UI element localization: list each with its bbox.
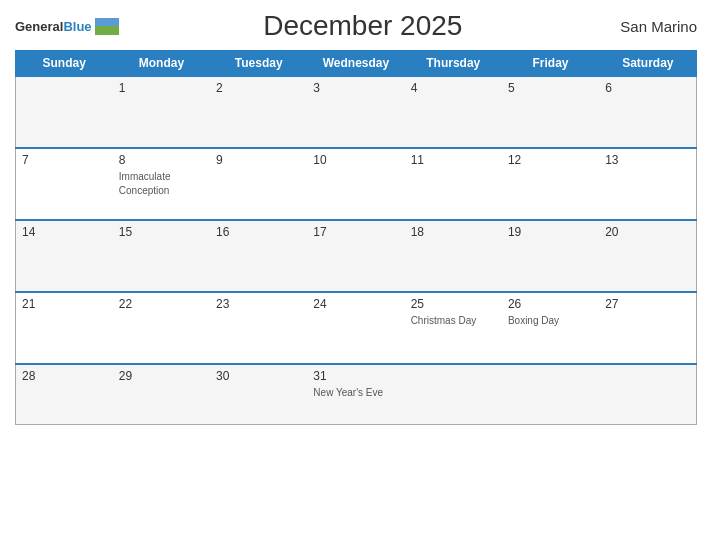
calendar-cell: 1: [113, 76, 210, 148]
calendar-cell: 4: [405, 76, 502, 148]
calendar-cell: 15: [113, 220, 210, 292]
calendar-cell: 5: [502, 76, 599, 148]
week-row-3: 2122232425Christmas Day26Boxing Day27: [16, 292, 697, 364]
calendar-header: SundayMondayTuesdayWednesdayThursdayFrid…: [16, 51, 697, 77]
calendar-cell: 9: [210, 148, 307, 220]
page: General Blue December 2025 San Marino Su…: [0, 0, 712, 550]
logo-blue-text: Blue: [63, 19, 91, 34]
calendar-cell: 12: [502, 148, 599, 220]
weekday-friday: Friday: [502, 51, 599, 77]
logo: General Blue: [15, 18, 119, 35]
day-number: 16: [216, 225, 301, 239]
title-block: December 2025: [119, 10, 607, 42]
calendar-cell: 29: [113, 364, 210, 424]
logo-flag-icon: [95, 18, 119, 35]
day-number: 15: [119, 225, 204, 239]
holiday-label: Christmas Day: [411, 315, 477, 326]
calendar-table: SundayMondayTuesdayWednesdayThursdayFrid…: [15, 50, 697, 425]
day-number: 12: [508, 153, 593, 167]
day-number: 7: [22, 153, 107, 167]
calendar-cell: 25Christmas Day: [405, 292, 502, 364]
weekday-sunday: Sunday: [16, 51, 113, 77]
calendar-cell: 10: [307, 148, 404, 220]
weekday-wednesday: Wednesday: [307, 51, 404, 77]
calendar-cell: 28: [16, 364, 113, 424]
day-number: 31: [313, 369, 398, 383]
calendar-cell: 23: [210, 292, 307, 364]
day-number: 26: [508, 297, 593, 311]
svg-rect-1: [95, 26, 119, 35]
day-number: 11: [411, 153, 496, 167]
calendar-cell: [599, 364, 696, 424]
day-number: 23: [216, 297, 301, 311]
day-number: 9: [216, 153, 301, 167]
calendar-cell: 11: [405, 148, 502, 220]
weekday-thursday: Thursday: [405, 51, 502, 77]
header: General Blue December 2025 San Marino: [15, 10, 697, 42]
day-number: 2: [216, 81, 301, 95]
day-number: 18: [411, 225, 496, 239]
calendar-cell: 19: [502, 220, 599, 292]
week-row-2: 14151617181920: [16, 220, 697, 292]
calendar-cell: 22: [113, 292, 210, 364]
svg-rect-0: [95, 18, 119, 26]
calendar-cell: 20: [599, 220, 696, 292]
calendar-cell: 31New Year's Eve: [307, 364, 404, 424]
calendar-cell: 6: [599, 76, 696, 148]
day-number: 14: [22, 225, 107, 239]
weekday-tuesday: Tuesday: [210, 51, 307, 77]
day-number: 27: [605, 297, 690, 311]
calendar-cell: [16, 76, 113, 148]
day-number: 30: [216, 369, 301, 383]
week-row-1: 78Immaculate Conception910111213: [16, 148, 697, 220]
calendar-body: 12345678Immaculate Conception91011121314…: [16, 76, 697, 424]
weekday-saturday: Saturday: [599, 51, 696, 77]
day-number: 21: [22, 297, 107, 311]
day-number: 1: [119, 81, 204, 95]
day-number: 19: [508, 225, 593, 239]
calendar-cell: 7: [16, 148, 113, 220]
calendar-cell: 30: [210, 364, 307, 424]
day-number: 20: [605, 225, 690, 239]
day-number: 24: [313, 297, 398, 311]
day-number: 10: [313, 153, 398, 167]
calendar-cell: 8Immaculate Conception: [113, 148, 210, 220]
day-number: 3: [313, 81, 398, 95]
holiday-label: Immaculate Conception: [119, 171, 171, 196]
weekday-monday: Monday: [113, 51, 210, 77]
day-number: 17: [313, 225, 398, 239]
week-row-4: 28293031New Year's Eve: [16, 364, 697, 424]
day-number: 8: [119, 153, 204, 167]
calendar-cell: 14: [16, 220, 113, 292]
calendar-cell: 2: [210, 76, 307, 148]
calendar-cell: 18: [405, 220, 502, 292]
calendar-cell: 21: [16, 292, 113, 364]
calendar-cell: [502, 364, 599, 424]
weekday-header-row: SundayMondayTuesdayWednesdayThursdayFrid…: [16, 51, 697, 77]
calendar-cell: 13: [599, 148, 696, 220]
logo-general-text: General: [15, 19, 63, 34]
day-number: 25: [411, 297, 496, 311]
holiday-label: New Year's Eve: [313, 387, 383, 398]
calendar-cell: 26Boxing Day: [502, 292, 599, 364]
calendar-cell: 24: [307, 292, 404, 364]
calendar-cell: 17: [307, 220, 404, 292]
week-row-0: 123456: [16, 76, 697, 148]
day-number: 28: [22, 369, 107, 383]
calendar-cell: 3: [307, 76, 404, 148]
calendar-title: December 2025: [119, 10, 607, 42]
day-number: 6: [605, 81, 690, 95]
calendar-cell: 16: [210, 220, 307, 292]
day-number: 29: [119, 369, 204, 383]
day-number: 22: [119, 297, 204, 311]
day-number: 13: [605, 153, 690, 167]
calendar-cell: [405, 364, 502, 424]
calendar-cell: 27: [599, 292, 696, 364]
country-label: San Marino: [607, 18, 697, 35]
holiday-label: Boxing Day: [508, 315, 559, 326]
day-number: 5: [508, 81, 593, 95]
day-number: 4: [411, 81, 496, 95]
